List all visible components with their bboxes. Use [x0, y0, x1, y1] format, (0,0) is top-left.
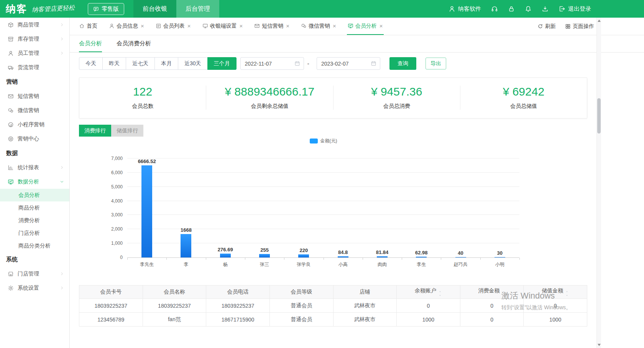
chart-bar-slot: 6666.52 [127, 158, 166, 257]
stat-label: 会员剩余总储值 [206, 103, 333, 110]
tab-close-icon[interactable]: × [240, 23, 243, 29]
sort-carets[interactable] [438, 290, 442, 297]
y-axis-tick-label: 0 [120, 255, 123, 260]
sidebar-item[interactable]: 系统设置 [0, 281, 69, 295]
subtab[interactable]: 会员分析 [79, 35, 102, 52]
tab-item[interactable]: 收银端设置× [202, 18, 244, 35]
date-to-input[interactable]: 2023-02-07 [317, 57, 380, 70]
date-from-input[interactable]: 2022-11-07 [240, 57, 304, 70]
support-headset-icon[interactable] [491, 5, 498, 12]
sidebar-subitem[interactable]: 商品分类分析 [0, 239, 69, 252]
table-row[interactable]: 180392252371803922523718039225237普通会员武林夜… [79, 299, 587, 313]
chart-legend[interactable]: 金额(元) [127, 138, 519, 144]
stat-item: ¥ 9457.36会员总消费 [334, 86, 460, 110]
bar [495, 257, 505, 257]
sort-carets[interactable] [565, 290, 569, 297]
user-menu[interactable]: 纳客软件 [449, 5, 481, 13]
stat-label: 会员总消费 [334, 103, 460, 110]
bar [141, 165, 152, 257]
sidebar-section-label: 营销 [0, 74, 69, 89]
topnav-tab[interactable]: 前台收银 [133, 0, 176, 18]
sidebar-item[interactable]: 数据分析 [0, 175, 69, 189]
quick-range-button[interactable]: 近七天 [126, 57, 155, 70]
bar-value-label: 84.8 [338, 249, 348, 255]
inventory-icon [8, 36, 14, 42]
sidebar-item[interactable]: 短信营销 [0, 89, 69, 103]
export-button[interactable]: 导出 [426, 58, 446, 69]
caret-up-icon [438, 290, 442, 294]
topnav-tab[interactable]: 后台管理 [176, 0, 219, 18]
sidebar-item[interactable]: 门店管理 [0, 267, 69, 281]
sidebar-subitem[interactable]: 消费分析 [0, 214, 69, 227]
sidebar-item[interactable]: 库存管理 [0, 32, 69, 46]
column-header: 店铺 [333, 285, 397, 299]
caret-up-icon [502, 290, 506, 294]
edition-badge[interactable]: 零售版 [88, 3, 124, 15]
table-row[interactable]: 123456789fan范18671715900普通会员武林夜市10000100… [79, 313, 587, 327]
sort-carets[interactable] [502, 290, 506, 297]
refresh-button[interactable]: 刷新 [537, 23, 556, 30]
sidebar-item-label: 系统设置 [18, 285, 39, 292]
tab-close-icon[interactable]: × [187, 23, 191, 29]
user-icon [449, 5, 455, 12]
rank-tab[interactable]: 储值排行 [111, 125, 143, 137]
sidebar-item[interactable]: 小程序营销 [0, 117, 69, 132]
tab-close-icon[interactable]: × [380, 23, 383, 29]
sidebar-item-label: 货流管理 [18, 64, 39, 71]
scrollbar-thumb[interactable] [597, 98, 601, 134]
sidebar-item[interactable]: 微信营销 [0, 103, 69, 117]
download-icon[interactable] [542, 5, 549, 12]
table-cell: 18039225237 [143, 299, 206, 313]
query-button[interactable]: 查询 [389, 57, 416, 70]
lock-icon[interactable] [508, 5, 515, 12]
tab-close-icon[interactable]: × [333, 23, 336, 29]
notifications-bell-icon[interactable] [525, 5, 532, 12]
tab-item[interactable]: 首页 [78, 18, 98, 35]
bar [259, 254, 270, 257]
list-icon [156, 23, 161, 29]
column-header[interactable]: 储值金额 [524, 285, 587, 299]
y-axis-tick-label: 6,000 [111, 170, 123, 175]
logout-button[interactable]: 退出登录 [559, 5, 591, 13]
page-operations-button[interactable]: 页面操作 [565, 23, 594, 30]
x-axis-tick [363, 258, 363, 260]
sidebar-item[interactable]: 营销中心 [0, 132, 69, 146]
quick-range-button[interactable]: 三个月 [207, 57, 237, 70]
column-header[interactable]: 消费金额 [460, 285, 524, 299]
sidebar-item[interactable]: 统计报表 [0, 160, 69, 175]
column-header[interactable]: 余额账户 [397, 285, 460, 299]
sidebar-item[interactable]: 货流管理 [0, 60, 69, 74]
scrollbar-up-arrow[interactable] [598, 20, 601, 22]
tab-item[interactable]: 会员信息× [108, 18, 145, 35]
chevron-right-icon [60, 272, 64, 276]
x-axis-category-label: 李 [166, 261, 205, 268]
rank-tab[interactable]: 消费排行 [79, 125, 111, 137]
tab-close-icon[interactable]: × [286, 23, 289, 29]
table-cell: 武林夜市 [333, 313, 397, 327]
quick-range-button[interactable]: 昨天 [102, 57, 126, 70]
sidebar-item[interactable]: 员工管理 [0, 46, 69, 60]
sms-icon [8, 93, 14, 99]
tab-item[interactable]: 微信营销× [300, 18, 337, 35]
sidebar-subitem[interactable]: 商品分析 [0, 201, 69, 214]
bar [416, 257, 427, 257]
tab-item[interactable]: 会员分析× [347, 18, 384, 35]
scrollbar-down-arrow[interactable] [598, 344, 601, 346]
x-axis-tick [324, 258, 324, 260]
quick-range-button[interactable]: 今天 [79, 57, 103, 70]
x-axis-tick [402, 258, 402, 260]
quick-range-button[interactable]: 近30天 [178, 57, 208, 70]
quick-range-button[interactable]: 本月 [154, 57, 178, 70]
x-axis-category-label: 张三 [245, 261, 284, 268]
goods-icon [8, 22, 14, 28]
tab-close-icon[interactable]: × [141, 23, 144, 29]
chart-bar-slot: 220 [284, 158, 323, 257]
sidebar-subitem[interactable]: 会员分析 [0, 189, 69, 201]
tab-item[interactable]: 短信营销× [253, 18, 290, 35]
x-axis-category-label: 张学良 [284, 261, 323, 268]
subtab[interactable]: 会员消费分析 [117, 35, 151, 52]
page-scrollbar[interactable] [596, 18, 601, 348]
sidebar-item[interactable]: 商品管理 [0, 18, 69, 32]
sidebar-subitem[interactable]: 门店分析 [0, 227, 69, 239]
tab-item[interactable]: 会员列表× [155, 18, 192, 35]
